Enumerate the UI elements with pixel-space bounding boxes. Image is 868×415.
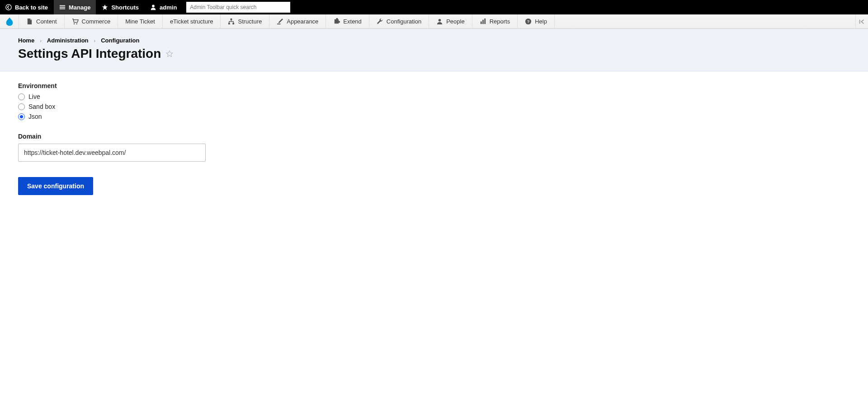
- radio-icon: [18, 93, 25, 100]
- breadcrumb-link[interactable]: Administration: [47, 37, 89, 44]
- admin-menu-item-extend[interactable]: Extend: [326, 14, 369, 28]
- svg-point-11: [439, 19, 441, 22]
- environment-option-sand-box[interactable]: Sand box: [18, 103, 850, 110]
- svg-rect-10: [277, 23, 281, 24]
- svg-rect-3: [60, 9, 65, 9]
- radio-label: Sand box: [28, 103, 55, 110]
- admin-menu-item-configuration[interactable]: Configuration: [369, 14, 429, 28]
- admin-menu-item-commerce[interactable]: Commerce: [65, 14, 118, 28]
- admin-menu-item-appearance[interactable]: Appearance: [269, 14, 326, 28]
- svg-point-5: [73, 23, 74, 24]
- admin-menu-item-reports[interactable]: Reports: [472, 14, 518, 28]
- svg-point-0: [6, 5, 11, 10]
- admin-menu-item-people[interactable]: People: [429, 14, 472, 28]
- hamburger-icon: [59, 4, 66, 10]
- admin-menu-item-label: Structure: [238, 18, 262, 25]
- svg-rect-12: [481, 22, 482, 24]
- admin-menu-item-label: eTicket structure: [170, 18, 213, 25]
- svg-rect-7: [231, 19, 232, 20]
- breadcrumb-link[interactable]: Configuration: [101, 37, 139, 44]
- toolbar-search-input[interactable]: [186, 2, 290, 13]
- svg-text:?: ?: [527, 19, 530, 24]
- svg-rect-13: [482, 20, 484, 24]
- radio-label: Live: [28, 93, 40, 100]
- admin-menu-item-label: Reports: [490, 18, 510, 25]
- admin-menu-item-content[interactable]: Content: [19, 14, 65, 28]
- radio-icon: [18, 113, 25, 120]
- page-title: Settings API Integration: [18, 47, 161, 61]
- admin-menu-item-label: Extend: [343, 18, 361, 25]
- user-account-link[interactable]: admin: [145, 0, 183, 14]
- cart-icon: [72, 18, 79, 25]
- back-arrow-icon: [5, 4, 12, 10]
- shortcuts-link[interactable]: Shortcuts: [96, 0, 145, 14]
- svg-rect-8: [228, 23, 230, 24]
- back-to-site-label: Back to site: [15, 4, 48, 11]
- breadcrumb-link[interactable]: Home: [18, 37, 34, 44]
- environment-radio-group: LiveSand boxJson: [18, 93, 850, 120]
- shortcuts-label: Shortcuts: [111, 4, 139, 11]
- breadcrumb-separator: ›: [40, 38, 42, 43]
- breadcrumb-separator: ›: [94, 38, 96, 43]
- collapse-menu-button[interactable]: [855, 14, 868, 28]
- svg-rect-1: [60, 5, 65, 6]
- admin-menu-item-label: Commerce: [82, 18, 111, 25]
- admin-menu-item-eticket-structure[interactable]: eTicket structure: [163, 14, 221, 28]
- drupal-logo[interactable]: [0, 14, 19, 28]
- admin-menu-item-label: Content: [36, 18, 57, 25]
- admin-menu-item-label: Configuration: [387, 18, 421, 25]
- environment-option-live[interactable]: Live: [18, 93, 850, 100]
- svg-rect-14: [484, 19, 486, 24]
- main-content: Environment LiveSand boxJson Domain Save…: [0, 71, 868, 206]
- help-icon: ?: [525, 18, 532, 25]
- admin-menu-item-structure[interactable]: Structure: [221, 14, 269, 28]
- back-to-site-link[interactable]: Back to site: [0, 0, 54, 14]
- admin-menu-item-label: Mine Ticket: [125, 18, 155, 25]
- radio-icon: [18, 103, 25, 110]
- admin-menu-item-label: Appearance: [287, 18, 318, 25]
- favorite-star-icon[interactable]: [165, 50, 174, 58]
- hierarchy-icon: [228, 18, 235, 25]
- admin-menu-item-label: People: [446, 18, 464, 25]
- brush-icon: [277, 18, 283, 25]
- wrench-icon: [377, 18, 383, 25]
- admin-menu: ContentCommerceMine TicketeTicket struct…: [0, 14, 868, 29]
- admin-toolbar: Back to site Manage Shortcuts admin: [0, 0, 868, 14]
- svg-point-6: [76, 23, 77, 24]
- radio-label: Json: [28, 113, 42, 120]
- svg-rect-2: [60, 7, 65, 8]
- manage-label: Manage: [69, 4, 90, 11]
- file-icon: [26, 18, 33, 25]
- admin-menu-item-mine-ticket[interactable]: Mine Ticket: [118, 14, 163, 28]
- manage-toggle[interactable]: Manage: [54, 0, 96, 14]
- person-icon: [436, 18, 443, 25]
- bars-icon: [480, 18, 486, 25]
- user-icon: [150, 4, 156, 10]
- admin-menu-item-help[interactable]: ?Help: [518, 14, 555, 28]
- star-icon: [102, 4, 108, 10]
- page-header-region: Home›Administration›Configuration Settin…: [0, 29, 868, 71]
- domain-label: Domain: [18, 133, 850, 140]
- admin-label: admin: [160, 4, 177, 11]
- svg-point-4: [152, 5, 155, 8]
- breadcrumb: Home›Administration›Configuration: [18, 37, 850, 44]
- svg-rect-9: [233, 23, 235, 24]
- admin-menu-item-label: Help: [535, 18, 547, 25]
- environment-option-json[interactable]: Json: [18, 113, 850, 120]
- svg-rect-17: [859, 19, 860, 23]
- save-configuration-button[interactable]: Save configuration: [18, 177, 93, 195]
- environment-label: Environment: [18, 82, 850, 89]
- domain-input[interactable]: [18, 144, 206, 162]
- puzzle-icon: [333, 18, 340, 25]
